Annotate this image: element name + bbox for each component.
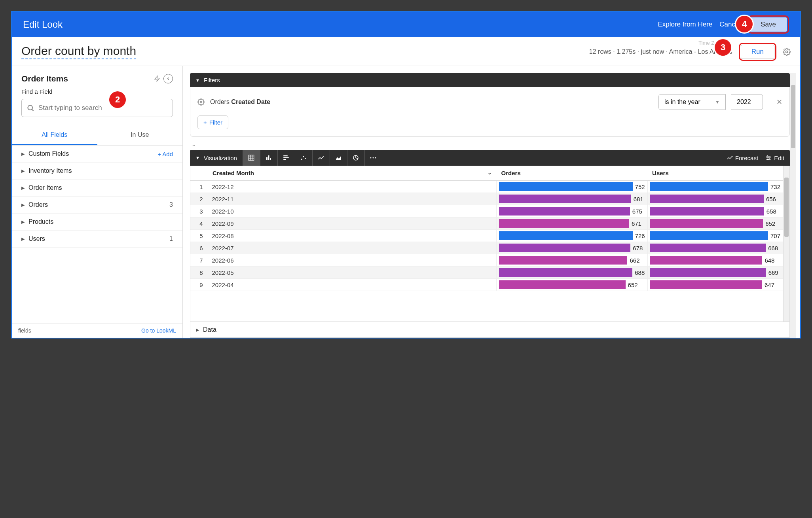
- cell-orders[interactable]: 752: [497, 181, 647, 193]
- run-button[interactable]: Run: [741, 45, 774, 59]
- save-button[interactable]: Save: [749, 17, 787, 32]
- cell-users[interactable]: 648: [647, 254, 783, 267]
- plus-icon: +: [203, 119, 207, 126]
- cell-month[interactable]: 2022-08: [208, 230, 497, 242]
- cell-orders[interactable]: 681: [497, 193, 647, 205]
- data-section-header[interactable]: ▶ Data: [190, 322, 790, 338]
- bolt-icon[interactable]: [154, 75, 160, 83]
- sidebar-footer: fields Go to LookML: [12, 323, 182, 338]
- row-number: 2: [190, 193, 208, 205]
- table-row: 62022-07678668: [190, 242, 783, 254]
- field-search-input[interactable]: [38, 104, 168, 112]
- cell-month[interactable]: 2022-05: [208, 267, 497, 279]
- viz-type-more-icon[interactable]: [364, 150, 382, 166]
- viz-edit-label: Edit: [774, 155, 784, 161]
- svg-rect-12: [270, 158, 271, 160]
- col-users[interactable]: Users: [647, 166, 783, 181]
- add-custom-field-link[interactable]: + Add: [157, 151, 173, 157]
- run-button-highlight: Run: [739, 43, 776, 61]
- tab-all-fields[interactable]: All Fields: [12, 126, 97, 145]
- viz-type-scatter-icon[interactable]: [295, 150, 312, 166]
- cell-month[interactable]: 2022-09: [208, 217, 497, 230]
- cell-month[interactable]: 2022-11: [208, 193, 497, 205]
- viz-edit-button[interactable]: Edit: [765, 155, 784, 161]
- collapse-sidebar-icon[interactable]: [163, 74, 173, 83]
- search-icon: [27, 104, 34, 112]
- cell-orders[interactable]: 678: [497, 242, 647, 254]
- viz-type-table-icon[interactable]: [243, 150, 260, 166]
- viz-type-area-icon[interactable]: [330, 150, 347, 166]
- cell-users[interactable]: 669: [647, 267, 783, 279]
- collapsed-section-chevron[interactable]: ⌄: [192, 142, 790, 147]
- viz-label: Visualization: [204, 155, 237, 161]
- filters-section-header[interactable]: ▼ Filters: [190, 73, 790, 87]
- field-group-products[interactable]: ▶Products: [12, 214, 182, 231]
- chevron-down-icon: ▼: [195, 78, 200, 83]
- table-row: 82022-05688669: [190, 267, 783, 279]
- cell-users[interactable]: 707: [647, 230, 783, 242]
- chevron-down-icon: ▼: [195, 155, 200, 160]
- cell-month[interactable]: 2022-12: [208, 181, 497, 193]
- cell-users[interactable]: 668: [647, 242, 783, 254]
- cell-users[interactable]: 658: [647, 205, 783, 217]
- forecast-button[interactable]: Forecast: [727, 155, 758, 161]
- chevron-right-icon: ▶: [196, 327, 199, 333]
- svg-point-24: [732, 156, 732, 157]
- go-to-lookml-link[interactable]: Go to LookML: [141, 327, 176, 334]
- cell-users[interactable]: 732: [647, 181, 783, 193]
- field-search-box[interactable]: [21, 99, 173, 117]
- cell-month[interactable]: 2022-06: [208, 254, 497, 267]
- main-scrollbar[interactable]: [790, 73, 796, 338]
- tab-in-use[interactable]: In Use: [97, 126, 183, 145]
- svg-point-23: [375, 157, 376, 159]
- field-group-custom-fields[interactable]: ▶Custom Fields+ Add: [12, 146, 182, 163]
- row-number: 6: [190, 242, 208, 254]
- annotation-2: 2: [109, 91, 126, 108]
- annotation-4: 4: [736, 16, 753, 32]
- field-group-label: Orders: [28, 201, 165, 208]
- viz-type-pie-icon[interactable]: [347, 150, 364, 166]
- cell-users[interactable]: 652: [647, 217, 783, 230]
- svg-point-21: [370, 157, 372, 159]
- cell-orders[interactable]: 671: [497, 217, 647, 230]
- cell-orders[interactable]: 726: [497, 230, 647, 242]
- field-group-users[interactable]: ▶Users1: [12, 231, 182, 248]
- viz-type-line-icon[interactable]: [312, 150, 330, 166]
- field-group-count: 3: [169, 201, 173, 208]
- col-orders[interactable]: Orders: [497, 166, 647, 181]
- table-scrollbar[interactable]: [783, 166, 789, 321]
- cell-users[interactable]: 656: [647, 193, 783, 205]
- svg-point-30: [767, 159, 768, 160]
- svg-point-0: [786, 51, 788, 53]
- cell-orders[interactable]: 675: [497, 205, 647, 217]
- field-picker-sidebar: Order Items Find a Field All Fields In U…: [12, 66, 183, 338]
- viz-type-column-icon[interactable]: [260, 150, 277, 166]
- cell-orders[interactable]: 652: [497, 279, 647, 291]
- cell-month[interactable]: 2022-04: [208, 279, 497, 291]
- settings-gear-icon[interactable]: [783, 48, 791, 56]
- field-group-inventory-items[interactable]: ▶Inventory Items: [12, 163, 182, 180]
- viz-toggle[interactable]: ▼ Visualization: [190, 155, 243, 161]
- row-number: 3: [190, 205, 208, 217]
- field-group-order-items[interactable]: ▶Order Items: [12, 180, 182, 197]
- row-number: 8: [190, 267, 208, 279]
- explore-from-here-link[interactable]: Explore from Here: [658, 21, 712, 28]
- find-field-label: Find a Field: [12, 87, 182, 96]
- look-title-input[interactable]: Order count by month: [21, 44, 136, 59]
- cell-orders[interactable]: 688: [497, 267, 647, 279]
- viz-type-bar-icon[interactable]: [277, 150, 295, 166]
- svg-rect-14: [284, 157, 289, 158]
- cell-orders[interactable]: 662: [497, 254, 647, 267]
- field-group-orders[interactable]: ▶Orders3: [12, 197, 182, 214]
- add-filter-button[interactable]: + Filter: [197, 115, 228, 129]
- forecast-icon: [727, 155, 733, 161]
- col-created-month[interactable]: Created Month⌄: [208, 166, 497, 181]
- cell-users[interactable]: 647: [647, 279, 783, 291]
- filter-operator-dropdown[interactable]: is in the year ▼: [658, 94, 726, 110]
- svg-rect-13: [284, 155, 288, 156]
- filter-value-input[interactable]: 2022: [731, 94, 763, 110]
- remove-filter-icon[interactable]: ✕: [776, 98, 782, 106]
- cell-month[interactable]: 2022-07: [208, 242, 497, 254]
- cell-month[interactable]: 2022-10: [208, 205, 497, 217]
- filter-gear-icon[interactable]: [197, 98, 205, 106]
